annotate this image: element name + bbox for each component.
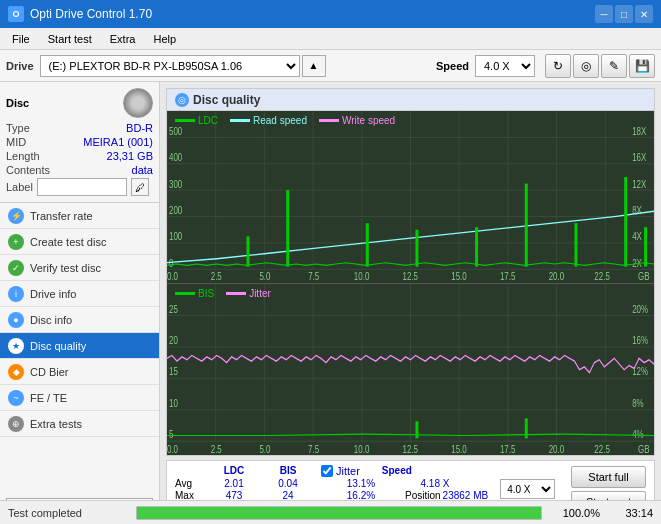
nav-fe-te[interactable]: ~ FE / TE [0,385,159,411]
svg-text:15: 15 [169,365,178,378]
svg-text:5.0: 5.0 [259,442,270,455]
svg-text:10.0: 10.0 [354,271,369,282]
status-bar: Test completed 100.0% 33:14 [0,500,661,524]
quality-title: Disc quality [193,93,260,107]
progress-bar-wrapper [136,506,542,520]
erase-button[interactable]: ◎ [573,54,599,78]
quality-panel: ◎ Disc quality LDC Read speed [166,88,655,456]
save-button[interactable]: 💾 [629,54,655,78]
svg-text:15.0: 15.0 [451,271,466,282]
disc-mid-row: MID MEIRA1 (001) [6,136,153,148]
read-speed-color [230,119,250,122]
disc-length-value: 23,31 GB [107,150,153,162]
svg-text:300: 300 [169,178,182,189]
close-button[interactable]: ✕ [635,5,653,23]
nav-fe-te-label: FE / TE [30,392,67,404]
svg-text:2.5: 2.5 [211,271,222,282]
svg-text:25: 25 [169,302,178,315]
disc-type-label: Type [6,122,30,134]
nav-transfer-rate[interactable]: ⚡ Transfer rate [0,203,159,229]
svg-text:100: 100 [169,231,182,242]
disc-panel: Disc Type BD-R MID MEIRA1 (001) Length 2… [0,82,159,203]
speed-label: Speed [436,60,469,72]
svg-text:0.0: 0.0 [167,271,178,282]
nav-cd-bier[interactable]: ◆ CD Bier [0,359,159,385]
transfer-rate-icon: ⚡ [8,208,24,224]
svg-text:22.5: 22.5 [594,442,610,455]
status-text: Test completed [8,507,128,519]
ldc-legend: LDC Read speed Write speed [175,115,395,126]
svg-text:12.5: 12.5 [403,442,419,455]
jitter-color [226,292,246,295]
jitter-checkbox[interactable] [321,465,333,477]
disc-label-row: Label 🖊 [6,178,153,196]
eject-button[interactable]: ▲ [302,55,326,77]
svg-text:GB: GB [638,271,649,282]
ldc-legend-label: LDC [198,115,218,126]
svg-text:4%: 4% [632,427,644,440]
minimize-button[interactable]: ─ [595,5,613,23]
menu-file[interactable]: File [4,31,38,47]
disc-contents-label: Contents [6,164,50,176]
svg-text:22.5: 22.5 [594,271,609,282]
bis-chart-svg: 5 10 15 20 25 4% 8% 12% 16% 20% 0.0 2.5 [167,284,654,456]
nav-drive-info[interactable]: i Drive info [0,281,159,307]
read-speed-legend-label: Read speed [253,115,307,126]
speed-select[interactable]: 4.0 X [475,55,535,77]
progress-bar-fill [137,507,541,519]
read-speed-legend-item: Read speed [230,115,307,126]
create-test-disc-icon: + [8,234,24,250]
svg-text:20.0: 20.0 [549,442,565,455]
speed-control: 4.0 X [500,479,555,499]
nav-disc-quality[interactable]: ★ Disc quality [0,333,159,359]
nav-disc-info-label: Disc info [30,314,72,326]
svg-rect-42 [286,190,289,267]
menu-help[interactable]: Help [145,31,184,47]
bis-legend: BIS Jitter [175,288,271,299]
action-buttons: ↻ ◎ ✎ 💾 [545,54,655,78]
svg-rect-86 [415,421,418,438]
svg-text:17.5: 17.5 [500,442,516,455]
svg-text:500: 500 [169,126,182,137]
nav-verify-test-disc[interactable]: ✓ Verify test disc [0,255,159,281]
main-content: ◎ Disc quality LDC Read speed [160,82,661,524]
stats-bis-header: BIS [263,465,313,477]
refresh-button[interactable]: ↻ [545,54,571,78]
nav-create-test-disc-label: Create test disc [30,236,106,248]
disc-label-input[interactable] [37,178,127,196]
svg-text:400: 400 [169,152,182,163]
write-button[interactable]: ✎ [601,54,627,78]
svg-text:0: 0 [169,258,173,269]
svg-rect-87 [525,418,528,438]
svg-text:2.5: 2.5 [211,442,222,455]
charts-area: LDC Read speed Write speed [167,111,654,455]
bottom-speed-select[interactable]: 4.0 X [500,479,555,499]
svg-text:7.5: 7.5 [308,271,319,282]
drive-select[interactable]: (E:) PLEXTOR BD-R PX-LB950SA 1.06 [40,55,300,77]
quality-icon: ◎ [175,93,189,107]
maximize-button[interactable]: □ [615,5,633,23]
disc-mid-label: MID [6,136,26,148]
stats-header-empty [175,465,205,477]
nav-disc-info[interactable]: ● Disc info [0,307,159,333]
stats-speed-header: Speed [372,465,422,477]
disc-length-label: Length [6,150,40,162]
jitter-legend-label: Jitter [249,288,271,299]
menu-extra[interactable]: Extra [102,31,144,47]
nav-extra-tests[interactable]: ⊕ Extra tests [0,411,159,437]
disc-image [123,88,153,118]
svg-text:16%: 16% [632,333,648,346]
nav-items: ⚡ Transfer rate + Create test disc ✓ Ver… [0,203,159,494]
svg-rect-48 [624,177,627,267]
svg-text:20: 20 [169,333,178,346]
svg-text:GB: GB [638,442,650,455]
disc-label-button[interactable]: 🖊 [131,178,149,196]
start-full-button[interactable]: Start full [571,466,646,488]
avg-bis: 0.04 [263,478,313,489]
jitter-legend-item: Jitter [226,288,271,299]
nav-create-test-disc[interactable]: + Create test disc [0,229,159,255]
verify-test-disc-icon: ✓ [8,260,24,276]
menu-bar: File Start test Extra Help [0,28,661,50]
cd-bier-icon: ◆ [8,364,24,380]
menu-start-test[interactable]: Start test [40,31,100,47]
